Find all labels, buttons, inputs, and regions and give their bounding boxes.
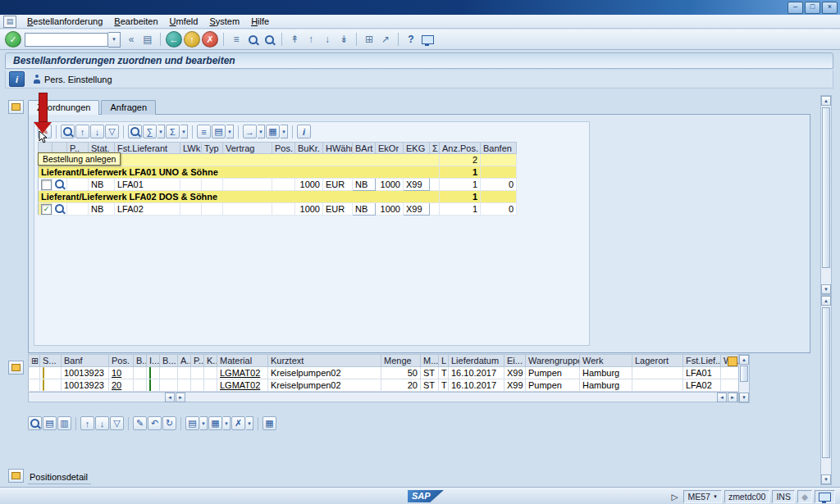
cell-bart[interactable]: NB: [353, 179, 376, 191]
undo-icon[interactable]: ↶: [148, 416, 162, 430]
cell-ekg[interactable]: X99: [404, 203, 430, 216]
col-werk[interactable]: Werk: [580, 355, 632, 367]
enter-icon[interactable]: ✓: [5, 31, 21, 48]
system-menu-icon[interactable]: ▤: [3, 16, 16, 28]
cell-pos-link[interactable]: 10: [109, 367, 134, 379]
col-hwaehr[interactable]: HWähr: [323, 143, 353, 154]
filter-icon[interactable]: ▽: [105, 125, 119, 138]
item-table-vertical-scrollbar[interactable]: ▲ ▼: [738, 354, 750, 403]
session-icon[interactable]: [815, 490, 835, 503]
subtotal-icon[interactable]: Σ: [166, 125, 180, 138]
collapse-assignment-pane-icon[interactable]: [8, 100, 24, 114]
row-select-cell[interactable]: [29, 379, 40, 392]
scroll-left-icon[interactable]: ◄: [165, 393, 175, 402]
col-bukr[interactable]: BuKr.: [295, 143, 323, 154]
item-table-horizontal-scrollbar[interactable]: ◄ ► ◄ ►: [28, 392, 738, 402]
col-banf[interactable]: Banf: [62, 355, 109, 367]
col-vertrag[interactable]: Vertrag: [223, 143, 272, 154]
delete-menu-icon[interactable]: ✗: [231, 416, 245, 430]
scroll-down-icon[interactable]: ▼: [821, 284, 831, 294]
layout-dropdown-icon[interactable]: ▼: [281, 125, 288, 138]
find-next-icon[interactable]: [262, 32, 276, 47]
scroll-up-icon[interactable]: ▲: [739, 355, 749, 365]
document-overview-icon[interactable]: ▥: [57, 416, 71, 430]
col-typ[interactable]: Typ: [202, 143, 223, 154]
back-icon[interactable]: ←: [166, 31, 182, 48]
close-button[interactable]: ×: [822, 2, 838, 14]
status-list-icon[interactable]: ▷: [668, 491, 681, 502]
sort-ascending-icon[interactable]: ↑: [80, 416, 94, 430]
layout-icon[interactable]: ▦: [266, 125, 280, 138]
col-l[interactable]: L: [439, 355, 449, 367]
col-k[interactable]: K...: [204, 355, 217, 367]
col-p[interactable]: P...: [191, 355, 204, 367]
scrollbar-thumb[interactable]: [822, 307, 830, 458]
maximize-button[interactable]: □: [805, 2, 820, 14]
col-ekg[interactable]: EKG: [404, 143, 430, 154]
last-page-icon[interactable]: ↡: [336, 32, 351, 47]
sort-descending-icon[interactable]: ↓: [95, 416, 109, 430]
save-icon[interactable]: ▤: [140, 32, 155, 47]
col-sigma[interactable]: Σ: [430, 143, 440, 154]
col-ei[interactable]: Ei...: [504, 355, 526, 367]
detail-icon[interactable]: [61, 125, 75, 138]
col-fst-lieferant[interactable]: Fst.Lieferant: [115, 143, 180, 154]
col-anz-pos[interactable]: Anz.Pos.: [440, 143, 481, 154]
menu-bearbeiten[interactable]: Bearbeiten: [108, 16, 163, 27]
scroll-up-icon[interactable]: ▲: [821, 96, 831, 106]
col-material[interactable]: Material: [217, 355, 268, 367]
cell-pos-link[interactable]: 20: [109, 379, 134, 392]
scroll-down-icon[interactable]: ▼: [821, 474, 831, 484]
col-ekor[interactable]: EkOr: [376, 143, 404, 154]
layout-menu-icon[interactable]: [420, 32, 435, 47]
status-tcode[interactable]: ME57 ▼: [683, 490, 721, 503]
scrollbar-thumb[interactable]: [740, 366, 748, 382]
print-icon[interactable]: ≡: [197, 125, 211, 138]
next-page-icon[interactable]: ↓: [320, 32, 335, 47]
row-checkbox[interactable]: [41, 179, 52, 190]
col-lagerort[interactable]: Lagerort: [632, 355, 683, 367]
views-icon[interactable]: ▤: [212, 125, 226, 138]
col-b1[interactable]: B...: [134, 355, 147, 367]
help-icon[interactable]: ?: [404, 32, 418, 47]
connection-icon[interactable]: ◆: [797, 490, 812, 503]
subtotal-dropdown-icon[interactable]: ▼: [180, 125, 188, 138]
scroll-right-icon[interactable]: ►: [176, 393, 185, 402]
col-kurztext[interactable]: Kurztext: [268, 355, 381, 367]
col-banfen[interactable]: Banfen: [481, 143, 517, 154]
assign-menu-icon[interactable]: ▤: [185, 416, 199, 430]
assign-dropdown-icon[interactable]: ▼: [200, 416, 208, 430]
col-lieferdatum[interactable]: Lieferdatum: [449, 355, 504, 367]
menu-umfeld[interactable]: Umfeld: [164, 16, 204, 27]
new-session-icon[interactable]: ⊞: [362, 32, 377, 47]
scroll-left-icon[interactable]: ◄: [717, 393, 727, 402]
cell-material-link[interactable]: LGMAT02: [217, 379, 268, 392]
distribute-box-icon[interactable]: ▦: [262, 416, 276, 430]
collapse-detail-pane-icon[interactable]: [8, 469, 24, 483]
print-icon[interactable]: ≡: [229, 32, 244, 47]
col-i[interactable]: I...: [147, 355, 160, 367]
cell-material-link[interactable]: LGMAT02: [217, 367, 268, 379]
cell-bart[interactable]: NB: [353, 203, 376, 216]
find-icon[interactable]: [245, 32, 260, 47]
collapse-toolbar-icon[interactable]: «: [124, 32, 139, 47]
select-all-header[interactable]: ⊞: [29, 355, 40, 367]
cell-ekg[interactable]: X99: [404, 179, 430, 191]
scroll-up-icon[interactable]: ▲: [821, 296, 831, 306]
cancel-icon[interactable]: ✗: [202, 31, 218, 48]
find-icon[interactable]: [128, 125, 142, 138]
col-menge[interactable]: Menge: [381, 355, 421, 367]
col-lwk[interactable]: LWk: [180, 143, 202, 154]
variant-dropdown-icon[interactable]: ▼: [223, 416, 231, 430]
list-info-icon[interactable]: i: [297, 125, 311, 138]
col-warengruppe[interactable]: Warengruppe: [526, 355, 580, 367]
menu-bestellanforderung[interactable]: Bestellanforderung: [21, 16, 108, 27]
command-dropdown-icon[interactable]: ▼: [108, 32, 121, 48]
sort-descending-icon[interactable]: ↓: [90, 125, 104, 138]
delete-dropdown-icon[interactable]: ▼: [246, 416, 253, 430]
col-me[interactable]: M...: [421, 355, 439, 367]
pers-einstellung-button[interactable]: Pers. Einstellung: [30, 74, 116, 85]
col-wu[interactable]: Wu...: [721, 355, 739, 367]
col-a[interactable]: A...: [178, 355, 191, 367]
variant-menu-icon[interactable]: ▦: [208, 416, 222, 430]
